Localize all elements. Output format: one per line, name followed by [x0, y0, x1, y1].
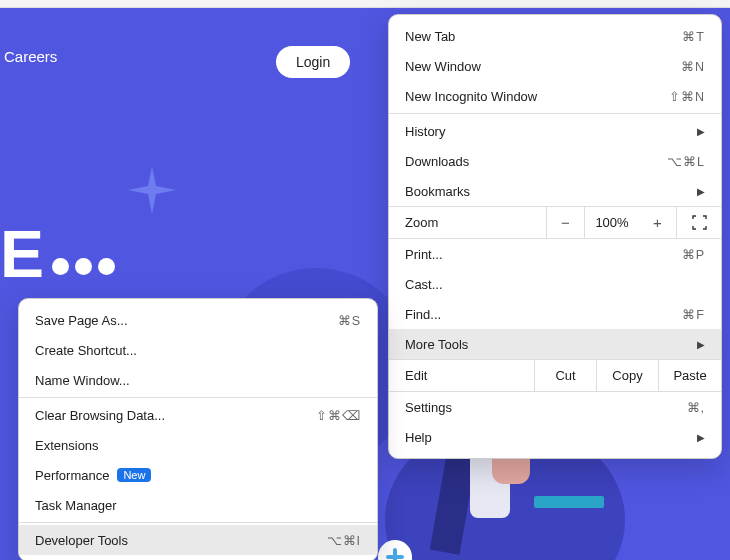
menu-developer-tools[interactable]: Developer Tools ⌥⌘I: [19, 525, 377, 555]
menu-separator: [389, 113, 721, 114]
menu-shortcut: ⌘T: [682, 29, 705, 44]
chevron-right-icon: ▶: [697, 186, 705, 197]
more-tools-submenu: Save Page As... ⌘S Create Shortcut... Na…: [18, 298, 378, 560]
menu-new-window[interactable]: New Window ⌘N: [389, 51, 721, 81]
menu-shortcut: ⌘F: [682, 307, 705, 322]
menu-more-tools[interactable]: More Tools ▶: [389, 329, 721, 359]
menu-bookmarks[interactable]: Bookmarks ▶: [389, 176, 721, 206]
fullscreen-button[interactable]: [677, 207, 721, 238]
browser-chrome-bar: [0, 0, 730, 8]
menu-shortcut: ⌘S: [338, 313, 361, 328]
nav-link-careers[interactable]: Careers: [4, 48, 57, 65]
menu-shortcut: ⇧⌘⌫: [316, 408, 361, 423]
hero-letter: E: [0, 216, 46, 292]
menu-new-tab[interactable]: New Tab ⌘T: [389, 21, 721, 51]
sparkle-icon: [128, 166, 176, 214]
chevron-right-icon: ▶: [697, 126, 705, 137]
menu-label: Settings: [405, 400, 452, 415]
menu-label: Find...: [405, 307, 441, 322]
menu-zoom-row: Zoom − 100% +: [389, 206, 721, 239]
menu-label: Help: [405, 430, 432, 445]
login-button[interactable]: Login: [276, 46, 350, 78]
menu-separator: [19, 397, 377, 398]
menu-label: New Incognito Window: [405, 89, 537, 104]
zoom-out-button[interactable]: −: [547, 207, 585, 238]
new-badge: New: [117, 468, 151, 482]
dot-icon: [98, 258, 115, 275]
menu-print[interactable]: Print... ⌘P: [389, 239, 721, 269]
edit-paste-button[interactable]: Paste: [659, 360, 721, 391]
menu-label: New Window: [405, 59, 481, 74]
zoom-value: 100%: [585, 207, 639, 238]
plus-icon: [385, 547, 405, 560]
menu-find[interactable]: Find... ⌘F: [389, 299, 721, 329]
dot-icon: [75, 258, 92, 275]
menu-task-manager[interactable]: Task Manager: [19, 490, 377, 520]
illustration-shape: [534, 496, 604, 508]
menu-history[interactable]: History ▶: [389, 116, 721, 146]
menu-label: Save Page As...: [35, 313, 128, 328]
menu-new-incognito[interactable]: New Incognito Window ⇧⌘N: [389, 81, 721, 111]
zoom-in-button[interactable]: +: [639, 207, 677, 238]
chevron-right-icon: ▶: [697, 432, 705, 443]
menu-label: Extensions: [35, 438, 99, 453]
edit-cut-button[interactable]: Cut: [535, 360, 597, 391]
menu-create-shortcut[interactable]: Create Shortcut...: [19, 335, 377, 365]
menu-label: Name Window...: [35, 373, 130, 388]
fullscreen-icon: [692, 215, 707, 230]
menu-name-window[interactable]: Name Window...: [19, 365, 377, 395]
menu-shortcut: ⌥⌘I: [327, 533, 361, 548]
menu-label: New Tab: [405, 29, 455, 44]
menu-downloads[interactable]: Downloads ⌥⌘L: [389, 146, 721, 176]
menu-performance[interactable]: Performance New: [19, 460, 377, 490]
browser-main-menu: New Tab ⌘T New Window ⌘N New Incognito W…: [388, 14, 722, 459]
menu-label: Task Manager: [35, 498, 117, 513]
menu-edit-row: Edit Cut Copy Paste: [389, 359, 721, 392]
menu-clear-browsing-data[interactable]: Clear Browsing Data... ⇧⌘⌫: [19, 400, 377, 430]
menu-shortcut: ⌘,: [687, 400, 705, 415]
hero-dots: [52, 258, 121, 275]
menu-shortcut: ⌘N: [681, 59, 705, 74]
hero-text: E: [0, 216, 121, 292]
menu-save-page-as[interactable]: Save Page As... ⌘S: [19, 305, 377, 335]
menu-label: Bookmarks: [405, 184, 470, 199]
menu-shortcut: ⌥⌘L: [667, 154, 705, 169]
menu-shortcut: ⌘P: [682, 247, 705, 262]
menu-label: More Tools: [405, 337, 468, 352]
menu-settings[interactable]: Settings ⌘,: [389, 392, 721, 422]
menu-label: Cast...: [405, 277, 443, 292]
menu-help[interactable]: Help ▶: [389, 422, 721, 452]
menu-zoom-label: Zoom: [389, 207, 547, 238]
menu-label: History: [405, 124, 445, 139]
dot-icon: [52, 258, 69, 275]
menu-cast[interactable]: Cast...: [389, 269, 721, 299]
menu-label: Print...: [405, 247, 443, 262]
menu-edit-label: Edit: [389, 360, 535, 391]
menu-label: Clear Browsing Data...: [35, 408, 165, 423]
edit-copy-button[interactable]: Copy: [597, 360, 659, 391]
menu-label: Create Shortcut...: [35, 343, 137, 358]
menu-label: Downloads: [405, 154, 469, 169]
menu-label: Developer Tools: [35, 533, 128, 548]
menu-separator: [19, 522, 377, 523]
menu-shortcut: ⇧⌘N: [669, 89, 705, 104]
menu-extensions[interactable]: Extensions: [19, 430, 377, 460]
chevron-right-icon: ▶: [697, 339, 705, 350]
menu-label: Performance: [35, 468, 109, 483]
